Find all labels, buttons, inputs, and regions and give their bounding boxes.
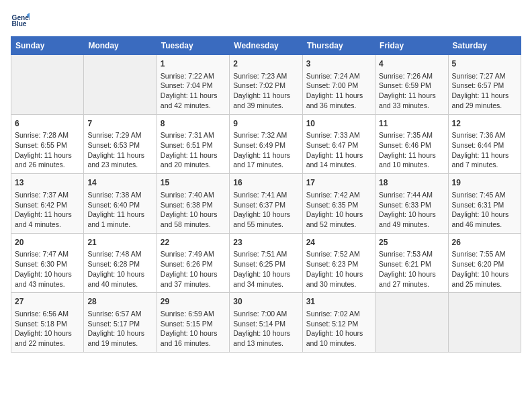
sunset-text: Sunset: 5:14 PM	[233, 319, 298, 329]
calendar-cell: 20Sunrise: 7:47 AMSunset: 6:30 PMDayligh…	[11, 233, 84, 293]
sunrise-text: Sunrise: 7:27 AM	[452, 71, 517, 81]
daylight-text: Daylight: 11 hours and 14 minutes.	[306, 150, 371, 170]
sunset-text: Sunset: 5:17 PM	[87, 319, 152, 329]
sunset-text: Sunset: 6:33 PM	[379, 200, 444, 210]
daylight-text: Daylight: 10 hours and 27 minutes.	[379, 269, 444, 289]
day-number: 29	[161, 296, 226, 308]
calendar-cell: 28Sunrise: 6:57 AMSunset: 5:17 PMDayligh…	[84, 293, 157, 353]
day-number: 22	[161, 237, 226, 248]
sunset-text: Sunset: 7:02 PM	[233, 81, 298, 91]
sunrise-text: Sunrise: 6:56 AM	[15, 309, 80, 319]
sunset-text: Sunset: 6:21 PM	[379, 259, 444, 269]
sunset-text: Sunset: 6:25 PM	[233, 259, 298, 269]
sunset-text: Sunset: 6:38 PM	[161, 200, 226, 210]
calendar-cell: 3Sunrise: 7:24 AMSunset: 7:00 PMDaylight…	[302, 55, 375, 115]
calendar-cell: 17Sunrise: 7:42 AMSunset: 6:35 PMDayligh…	[302, 174, 375, 234]
calendar-cell: 10Sunrise: 7:33 AMSunset: 6:47 PMDayligh…	[302, 114, 375, 174]
calendar-cell: 18Sunrise: 7:44 AMSunset: 6:33 PMDayligh…	[375, 174, 448, 234]
sunrise-text: Sunrise: 7:31 AM	[161, 130, 226, 140]
weekday-header: Sunday	[11, 37, 84, 55]
sunrise-text: Sunrise: 7:36 AM	[452, 130, 517, 140]
calendar-cell: 24Sunrise: 7:52 AMSunset: 6:23 PMDayligh…	[302, 233, 375, 293]
sunset-text: Sunset: 6:23 PM	[306, 259, 371, 269]
sunrise-text: Sunrise: 7:41 AM	[233, 190, 298, 200]
day-number: 3	[306, 58, 371, 70]
day-number: 18	[379, 177, 444, 189]
sunrise-text: Sunrise: 7:24 AM	[306, 71, 371, 81]
daylight-text: Daylight: 10 hours and 34 minutes.	[233, 269, 298, 289]
day-number: 6	[15, 118, 80, 130]
weekday-header: Friday	[375, 37, 448, 55]
calendar-cell	[11, 55, 84, 115]
daylight-text: Daylight: 10 hours and 55 minutes.	[233, 210, 298, 229]
day-number: 31	[306, 296, 371, 308]
weekday-header-row: SundayMondayTuesdayWednesdayThursdayFrid…	[11, 37, 521, 55]
sunset-text: Sunset: 6:57 PM	[452, 81, 517, 91]
sunset-text: Sunset: 6:51 PM	[161, 140, 226, 150]
sunrise-text: Sunrise: 7:23 AM	[233, 71, 298, 81]
daylight-text: Daylight: 10 hours and 13 minutes.	[233, 328, 298, 348]
weekday-header: Monday	[84, 37, 157, 55]
daylight-text: Daylight: 10 hours and 37 minutes.	[161, 269, 226, 289]
sunset-text: Sunset: 6:30 PM	[15, 259, 80, 269]
sunset-text: Sunset: 6:37 PM	[233, 200, 298, 210]
sunset-text: Sunset: 6:53 PM	[87, 140, 152, 150]
daylight-text: Daylight: 10 hours and 22 minutes.	[15, 328, 80, 348]
day-number: 4	[379, 58, 444, 70]
sunset-text: Sunset: 6:44 PM	[452, 140, 517, 150]
calendar-cell: 8Sunrise: 7:31 AMSunset: 6:51 PMDaylight…	[157, 114, 229, 174]
sunrise-text: Sunrise: 7:40 AM	[161, 190, 226, 200]
sunset-text: Sunset: 6:42 PM	[15, 200, 80, 210]
page-header: General Blue	[11, 11, 521, 30]
daylight-text: Daylight: 10 hours and 43 minutes.	[15, 269, 80, 289]
sunset-text: Sunset: 5:15 PM	[161, 319, 226, 329]
sunrise-text: Sunrise: 7:00 AM	[233, 309, 298, 319]
calendar-cell: 26Sunrise: 7:55 AMSunset: 6:20 PMDayligh…	[448, 233, 521, 293]
day-number: 10	[306, 118, 371, 130]
calendar-cell: 22Sunrise: 7:49 AMSunset: 6:26 PMDayligh…	[157, 233, 229, 293]
sunrise-text: Sunrise: 7:52 AM	[306, 249, 371, 259]
calendar-week-row: 6Sunrise: 7:28 AMSunset: 6:55 PMDaylight…	[11, 114, 521, 174]
day-number: 5	[452, 58, 517, 70]
sunrise-text: Sunrise: 7:53 AM	[379, 249, 444, 259]
sunset-text: Sunset: 6:49 PM	[233, 140, 298, 150]
daylight-text: Daylight: 11 hours and 42 minutes.	[161, 91, 226, 110]
calendar-cell: 1Sunrise: 7:22 AMSunset: 7:04 PMDaylight…	[157, 55, 229, 115]
daylight-text: Daylight: 11 hours and 20 minutes.	[161, 150, 226, 170]
day-number: 19	[452, 177, 517, 189]
day-number: 23	[233, 237, 298, 248]
daylight-text: Daylight: 11 hours and 26 minutes.	[15, 150, 80, 170]
calendar-cell: 9Sunrise: 7:32 AMSunset: 6:49 PMDaylight…	[230, 114, 302, 174]
calendar-cell: 29Sunrise: 6:59 AMSunset: 5:15 PMDayligh…	[157, 293, 229, 353]
calendar-cell: 19Sunrise: 7:45 AMSunset: 6:31 PMDayligh…	[448, 174, 521, 234]
sunrise-text: Sunrise: 7:45 AM	[452, 190, 517, 200]
sunrise-text: Sunrise: 7:37 AM	[15, 190, 80, 200]
calendar-cell: 14Sunrise: 7:38 AMSunset: 6:40 PMDayligh…	[84, 174, 157, 234]
day-number: 8	[161, 118, 226, 130]
day-number: 16	[233, 177, 298, 189]
sunset-text: Sunset: 7:04 PM	[161, 81, 226, 91]
calendar-cell: 23Sunrise: 7:51 AMSunset: 6:25 PMDayligh…	[230, 233, 302, 293]
daylight-text: Daylight: 11 hours and 33 minutes.	[379, 91, 444, 110]
sunrise-text: Sunrise: 7:51 AM	[233, 249, 298, 259]
day-number: 26	[452, 237, 517, 248]
sunset-text: Sunset: 6:40 PM	[87, 200, 152, 210]
day-number: 7	[87, 118, 152, 130]
daylight-text: Daylight: 10 hours and 46 minutes.	[452, 210, 517, 229]
sunset-text: Sunset: 7:00 PM	[306, 81, 371, 91]
daylight-text: Daylight: 11 hours and 17 minutes.	[233, 150, 298, 170]
sunset-text: Sunset: 6:31 PM	[452, 200, 517, 210]
day-number: 21	[87, 237, 152, 248]
sunset-text: Sunset: 6:35 PM	[306, 200, 371, 210]
sunset-text: Sunset: 5:18 PM	[15, 319, 80, 329]
sunset-text: Sunset: 6:28 PM	[87, 259, 152, 269]
daylight-text: Daylight: 11 hours and 23 minutes.	[87, 150, 152, 170]
weekday-header: Thursday	[302, 37, 375, 55]
calendar-cell: 27Sunrise: 6:56 AMSunset: 5:18 PMDayligh…	[11, 293, 84, 353]
day-number: 28	[87, 296, 152, 308]
logo-icon: General Blue	[11, 11, 30, 30]
calendar-cell	[448, 293, 521, 353]
calendar-cell	[84, 55, 157, 115]
calendar-cell: 31Sunrise: 7:02 AMSunset: 5:12 PMDayligh…	[302, 293, 375, 353]
daylight-text: Daylight: 10 hours and 30 minutes.	[306, 269, 371, 289]
